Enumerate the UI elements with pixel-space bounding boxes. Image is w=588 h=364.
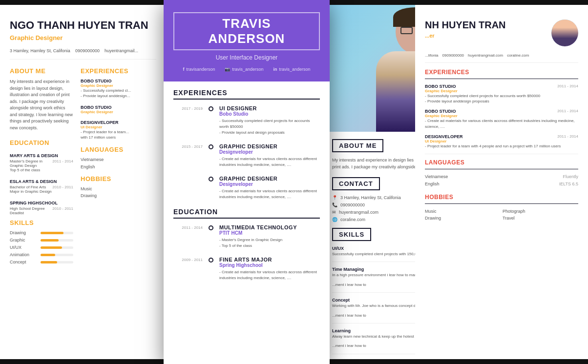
frc-contact-2: 0909000000	[442, 53, 464, 58]
cc-exp-2-content: GRAPHIC DESIGNER Designveloper - Create …	[219, 143, 320, 168]
contact-address-text: 3 Hamley, Hamley St, Califonia	[340, 195, 401, 200]
cc-edu-1-company: PTIT HCM	[219, 230, 320, 236]
left-card-title: Graphic Designer	[10, 34, 156, 41]
skill-bar-bg-uiux	[41, 246, 73, 249]
cc-exp-1-company: Bobo Studio	[219, 111, 320, 117]
hobby-music: Music	[425, 209, 501, 214]
cc-exp-1-desc: - Successfully completed client projects…	[219, 118, 320, 136]
skill-uiux-name: UI/UX	[332, 246, 344, 251]
contact-website-text: coraline.com	[340, 217, 365, 222]
exp-desc-3: - Project leader for a team...with 17 mi…	[81, 129, 156, 140]
frc-lang-1-level: Fluently	[563, 174, 578, 179]
contact-address: 3 Hamley, Hamley St, Califonia	[10, 48, 70, 53]
social-linkedin: in travis_anderson	[273, 67, 311, 72]
cc-exp-1-dot	[209, 106, 213, 111]
contact-email: huyentrangmail...	[105, 48, 138, 53]
hobby-drawing: Drawing	[81, 193, 156, 198]
cc-exp-2-desc: - Create ad materials for various client…	[219, 156, 320, 168]
frc-exp-1-company: BOBO STUDIO	[425, 84, 456, 89]
instagram-icon: 📷	[225, 67, 230, 72]
skill-animation: Animation	[10, 252, 73, 257]
frc-lang-2-name: English	[425, 182, 440, 186]
exp-role-3: UI Designer	[81, 125, 156, 129]
edu-item-2: ESLA ARTS & DESIGN2010 - 2011 Bachelor o…	[10, 176, 73, 194]
hobby-music: Music	[81, 186, 156, 191]
edu-name-1: MARY ARTS & DESIGN	[10, 153, 58, 158]
skill-drawing: Drawing	[10, 230, 73, 235]
skills-box: SKILLS	[332, 228, 371, 241]
skill-bar-bg-animation	[41, 254, 73, 256]
cc-edu-2-content: FINE ARTS MAJOR Spring Highschool - Crea…	[219, 257, 320, 281]
skill-learning-name: Learning	[332, 328, 351, 333]
cc-edu-2-title: FINE ARTS MAJOR	[219, 257, 320, 263]
frc-contact-row: ...lifonia 0909000000 huyentrangmail.com…	[425, 53, 578, 63]
cc-edu-1-content: MULTIMEDIA TECHNOLOGY PTIT HCM - Master'…	[219, 224, 320, 249]
frc-title: ...er	[425, 33, 506, 39]
cc-exp-3-title: GRAPHIC DESIGNER	[219, 176, 320, 182]
facebook-handle: travisanderson	[186, 67, 215, 72]
frc-header: NH HUYEN TRAN ...er	[425, 20, 578, 46]
frc-exp-1: BOBO STUDIO 2011 - 2014 Graphic Designer…	[425, 84, 578, 104]
exp-company-3: DESIGNVELOPER	[81, 120, 156, 125]
cc-exp-3-dot	[209, 177, 213, 182]
glasses-left	[400, 27, 413, 34]
cc-edu-2-desc: - Create ad materials for various client…	[219, 269, 320, 281]
frc-hobbies-divider	[425, 203, 578, 204]
skill-bar-bg-concept	[41, 261, 73, 263]
cc-exp-3-company: Designveloper	[219, 182, 320, 187]
frc-lang-title: LANGUAGES	[425, 159, 578, 166]
center-name: TRAVIS ANDERSON	[173, 12, 320, 50]
skill-concept-name: Concept	[332, 298, 350, 303]
skill-label-concept: Concept	[10, 260, 37, 264]
skill-label-uiux: UI/UX	[10, 245, 37, 250]
edu-item-1: MARY ARTS & DESIGN2011 - 2014 Master's D…	[10, 150, 73, 172]
cc-edu-2-company: Spring Highschool	[219, 263, 320, 268]
cc-edu-2: 2009 - 2011 FINE ARTS MAJOR Spring Highs…	[173, 257, 320, 281]
cc-edu-1: 2011 - 2014 MULTIMEDIA TECHNOLOGY PTIT H…	[173, 224, 320, 249]
lang-vietnamese: Vietnamese	[81, 157, 156, 162]
linkedin-handle: travis_anderson	[279, 67, 311, 72]
center-experiences-title: EXPERIENCES	[173, 89, 320, 100]
frc-lang-1-name: Vietnamese	[425, 174, 448, 179]
frc-hobbies: Music Photograph Drawing Travel	[425, 209, 578, 221]
frc-lang-divider	[425, 169, 578, 169]
hobby-drawing: Drawing	[425, 216, 501, 221]
frc-lang-2-level: IELTS 6.5	[559, 182, 578, 186]
frc-lang-divider-top	[425, 154, 578, 154]
cc-edu-2-years: 2009 - 2011	[173, 257, 203, 281]
skill-bar-fill-animation	[41, 254, 55, 256]
hobby-photograph: Photograph	[503, 209, 578, 214]
skill-uiux: UI/UX	[10, 245, 73, 250]
frc-exp-title: EXPERIENCES	[425, 69, 578, 76]
skill-bar-fill-uiux	[41, 246, 62, 249]
cc-exp-3-years	[173, 176, 203, 200]
frc-exp-2-role: Graphic Designer	[425, 114, 578, 118]
skill-label-drawing: Drawing	[10, 230, 37, 235]
frc-exp-1-year: 2011 - 2014	[557, 84, 578, 89]
skill-label-animation: Animation	[10, 252, 37, 257]
social-facebook: f travisanderson	[183, 67, 215, 72]
frc-exp-3-header: DESIGNVELOPER 2011 - 2014	[425, 134, 578, 139]
cc-edu-1-title: MULTIMEDIA TECHNOLOGY	[219, 224, 320, 230]
skill-time-name: Time Managing	[332, 267, 364, 272]
hobby-travel: Travel	[503, 216, 578, 221]
center-card-inner: TRAVIS ANDERSON User Interface Designer …	[164, 0, 330, 364]
edu-year-1: 2011 - 2014	[52, 159, 73, 163]
education-title: EDUCATION	[10, 139, 73, 146]
exp-item-1: BOBO STUDIO Graphic Designer - Successfu…	[81, 79, 156, 99]
about-me-box: ABOUT ME	[332, 139, 383, 152]
web-icon: 🌐	[332, 217, 337, 222]
about-me-text: My interests and experience in design li…	[10, 79, 73, 131]
instagram-handle: travis_anderson	[232, 67, 263, 72]
about-me-title: ABOUT ME	[10, 67, 73, 75]
frc-contact-1: ...lifonia	[425, 53, 439, 58]
spacer	[425, 189, 578, 194]
skill-bar-bg-graphic	[41, 239, 73, 242]
languages-title: LANGUAGES	[81, 146, 156, 153]
frc-name-block: NH HUYEN TRAN ...er	[425, 20, 506, 39]
scene: NGO THANH HUYEN TRAN Graphic Designer 3 …	[0, 0, 588, 364]
lang-english: English	[81, 164, 156, 169]
frc-exp-divider	[425, 79, 578, 79]
cards-container: NGO THANH HUYEN TRAN Graphic Designer 3 …	[0, 0, 588, 364]
left-card-body: ABOUT ME My interests and experience in …	[10, 67, 156, 267]
